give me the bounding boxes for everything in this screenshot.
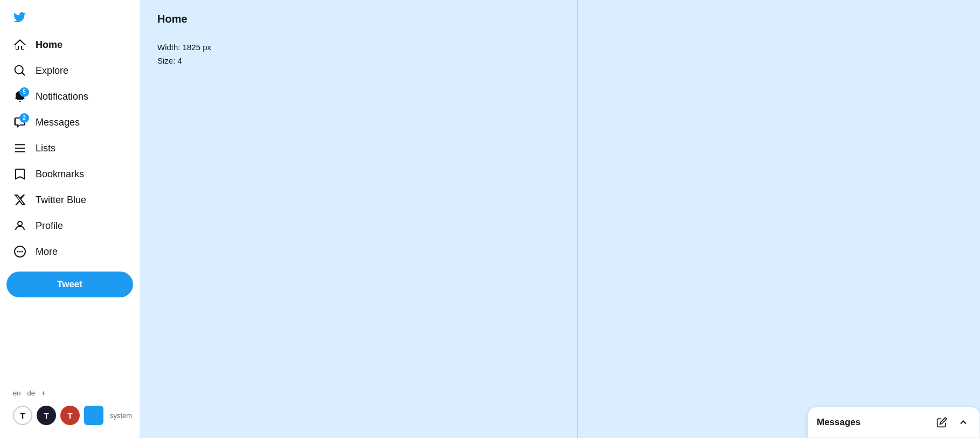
avatar-system — [84, 406, 103, 425]
avatar-t-dark: T — [37, 406, 56, 425]
sidebar-item-bookmarks[interactable]: Bookmarks — [6, 162, 133, 186]
sidebar-item-notifications[interactable]: 5 Notifications — [6, 84, 133, 109]
svg-point-3 — [19, 251, 21, 253]
profile-icon — [13, 219, 27, 233]
right-panel — [578, 0, 981, 438]
page-title: Home — [157, 13, 560, 25]
width-info: Width: 1825 px — [157, 43, 560, 52]
svg-point-0 — [18, 221, 22, 226]
sidebar-item-profile[interactable]: Profile — [6, 213, 133, 238]
messages-popup-actions — [934, 415, 971, 430]
notifications-icon: 5 — [13, 89, 27, 103]
bookmarks-icon — [13, 167, 27, 181]
system-label: system — [110, 412, 132, 420]
messages-popup: Messages — [808, 407, 980, 438]
sidebar-item-explore[interactable]: Explore — [6, 58, 133, 83]
compose-icon — [936, 417, 947, 428]
sidebar-item-messages[interactable]: 2 Messages — [6, 110, 133, 135]
sidebar-item-home[interactable]: Home — [6, 32, 133, 57]
chevron-up-icon — [958, 417, 969, 428]
twitter-blue-icon — [13, 193, 27, 207]
avatar-t-red: T — [60, 406, 80, 425]
home-icon — [13, 38, 27, 52]
svg-point-4 — [22, 251, 23, 253]
messages-popup-title: Messages — [817, 417, 860, 428]
language-row: en de + — [6, 385, 133, 401]
collapse-messages-button[interactable] — [956, 415, 971, 430]
sidebar-footer: en de + T T T system — [6, 385, 133, 434]
messages-badge: 2 — [19, 113, 29, 123]
main-content: Home Width: 1825 px Size: 4 — [140, 0, 578, 438]
svg-point-2 — [17, 251, 19, 253]
sidebar-item-twitter-blue-label: Twitter Blue — [36, 194, 86, 206]
notifications-badge: 5 — [19, 87, 29, 97]
tweet-button[interactable]: Tweet — [6, 272, 133, 297]
sidebar-item-profile-label: Profile — [36, 220, 63, 232]
lang-en[interactable]: en — [13, 389, 20, 397]
sidebar: Home Explore 5 Notifications — [0, 0, 140, 438]
lists-icon — [13, 141, 27, 155]
size-info: Size: 4 — [157, 56, 560, 65]
sidebar-nav: Home Explore 5 Notifications — [6, 32, 133, 265]
messages-icon: 2 — [13, 115, 27, 129]
avatar-t-outline: T — [13, 406, 32, 425]
sidebar-item-messages-label: Messages — [36, 117, 80, 128]
sidebar-item-more[interactable]: More — [6, 239, 133, 264]
sidebar-item-home-label: Home — [36, 39, 62, 51]
more-icon — [13, 245, 27, 259]
sidebar-item-lists-label: Lists — [36, 143, 55, 154]
sidebar-item-twitter-blue[interactable]: Twitter Blue — [6, 187, 133, 212]
explore-icon — [13, 64, 27, 78]
sidebar-item-more-label: More — [36, 246, 58, 258]
lang-plus[interactable]: + — [41, 389, 46, 397]
sidebar-item-notifications-label: Notifications — [36, 91, 88, 102]
compose-message-button[interactable] — [934, 415, 949, 430]
account-switcher[interactable]: T T T system — [6, 401, 133, 429]
sidebar-item-bookmarks-label: Bookmarks — [36, 169, 84, 180]
sidebar-item-explore-label: Explore — [36, 65, 68, 77]
twitter-logo[interactable] — [6, 4, 32, 30]
sidebar-item-lists[interactable]: Lists — [6, 136, 133, 161]
lang-de[interactable]: de — [27, 389, 34, 397]
